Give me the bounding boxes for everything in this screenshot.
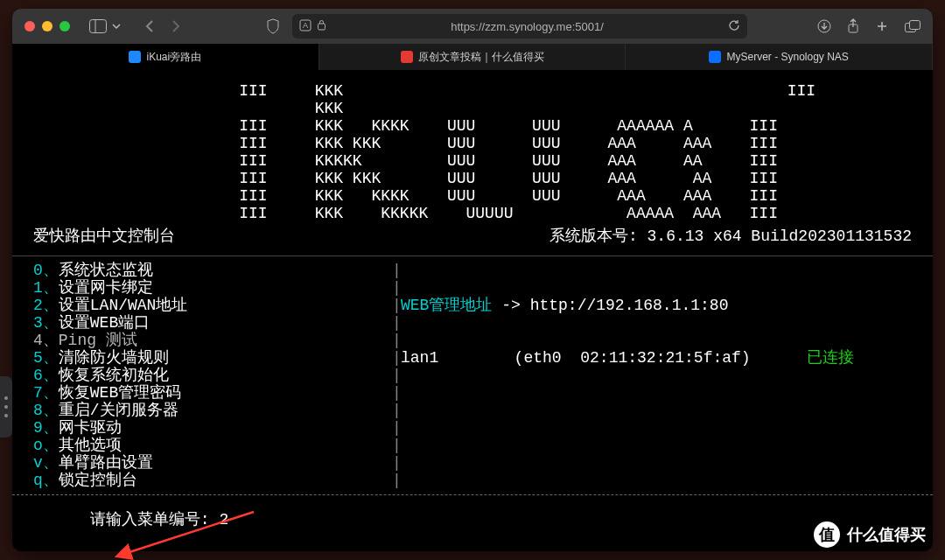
- share-icon[interactable]: [847, 18, 859, 34]
- ascii-logo: III KKK III KKK III KKK KKKK UUU UUU AAA…: [12, 70, 933, 222]
- close-window-button[interactable]: [24, 21, 35, 32]
- menu-item-3[interactable]: 3、设置WEB端口: [33, 314, 392, 332]
- svg-rect-4: [318, 24, 326, 30]
- chevron-down-icon[interactable]: [112, 22, 121, 31]
- svg-text:A: A: [303, 21, 308, 30]
- menu-item-q[interactable]: q、锁定控制台: [33, 472, 392, 489]
- lan-info: lan1 (eth0 02:11:32:21:5f:af): [401, 349, 751, 367]
- console-title: 爱快路由中文控制台: [33, 228, 175, 245]
- info-panel: WEB管理地址 -> http://192.168.1.1:80 lan1 (e…: [401, 262, 912, 489]
- tab-synology[interactable]: MyServer - Synology NAS: [626, 44, 933, 70]
- menu-item-7[interactable]: 7、恢复WEB管理密码: [33, 384, 392, 402]
- maximize-window-button[interactable]: [60, 21, 70, 32]
- watermark: 值 什么值得买: [814, 520, 926, 550]
- tab-ikuai[interactable]: iKuai旁路由: [12, 44, 319, 70]
- menu-item-v[interactable]: v、单臂路由设置: [33, 454, 392, 472]
- tab-label: iKuai旁路由: [146, 50, 201, 65]
- sidebar-toggle-icon[interactable]: [89, 19, 107, 33]
- tab-label: MyServer - Synology NAS: [726, 51, 848, 63]
- connected-status: 已连接: [807, 349, 854, 367]
- menu-item-6[interactable]: 6、恢复系统初始化: [33, 367, 392, 384]
- favicon-icon: [401, 51, 413, 63]
- menu-item-1[interactable]: 1、设置网卡绑定: [33, 279, 392, 297]
- tab-strip: iKuai旁路由 原创文章投稿｜什么值得买 MyServer - Synolog…: [12, 44, 933, 70]
- svg-rect-8: [910, 21, 920, 30]
- minimize-window-button[interactable]: [42, 21, 52, 32]
- input-prompt[interactable]: 请输入菜单编号: 2: [33, 494, 228, 546]
- tabs-overview-icon[interactable]: [905, 20, 920, 32]
- downloads-icon[interactable]: [817, 19, 831, 33]
- web-address-label: WEB管理地址: [401, 297, 492, 314]
- svg-rect-0: [90, 20, 107, 33]
- side-handle[interactable]: [0, 376, 12, 438]
- back-button[interactable]: [144, 19, 156, 33]
- divider: [12, 256, 933, 256]
- site-settings-icon[interactable]: A: [299, 19, 312, 34]
- watermark-icon: 值: [814, 522, 840, 548]
- web-address-value: http://192.168.1.1:80: [530, 297, 729, 314]
- menu-item-9[interactable]: 9、网卡驱动: [33, 419, 392, 437]
- reload-icon[interactable]: [728, 19, 740, 34]
- vertical-divider: | | | | | | | | | | | | |: [392, 262, 401, 489]
- terminal-console[interactable]: III KKK III KKK III KKK KKKK UUU UUU AAA…: [12, 70, 933, 551]
- console-header: 爱快路由中文控制台 系统版本号: 3.6.13 x64 Build2023011…: [12, 222, 933, 252]
- titlebar: A https://zzm.synology.me:5001/: [12, 9, 933, 44]
- favicon-icon: [709, 51, 721, 63]
- favicon-icon: [129, 51, 141, 63]
- tab-label: 原创文章投稿｜什么值得买: [418, 50, 544, 65]
- watermark-text: 什么值得买: [847, 524, 926, 545]
- system-version: 系统版本号: 3.6.13 x64 Build202301131532: [550, 228, 912, 245]
- menu-item-2[interactable]: 2、设置LAN/WAN地址: [33, 297, 392, 314]
- shield-icon[interactable]: [266, 18, 280, 34]
- url-bar[interactable]: A https://zzm.synology.me:5001/: [292, 14, 747, 38]
- menu-item-8[interactable]: 8、重启/关闭服务器: [33, 402, 392, 419]
- forward-button[interactable]: [170, 19, 182, 33]
- prompt-value: 2: [219, 511, 228, 528]
- menu-list: 0、系统状态监视1、设置网卡绑定2、设置LAN/WAN地址3、设置WEB端口4、…: [33, 262, 392, 489]
- window-controls: [24, 21, 70, 32]
- browser-window: A https://zzm.synology.me:5001/: [12, 9, 933, 551]
- menu-item-o[interactable]: o、其他选项: [33, 437, 392, 454]
- url-text: https://zzm.synology.me:5001/: [332, 20, 723, 33]
- menu-item-4[interactable]: 4、Ping 测试: [33, 332, 392, 349]
- menu-item-0[interactable]: 0、系统状态监视: [33, 262, 392, 279]
- new-tab-icon[interactable]: [875, 19, 889, 33]
- prompt-label: 请输入菜单编号:: [90, 511, 220, 528]
- tab-smzdm[interactable]: 原创文章投稿｜什么值得买: [319, 44, 626, 70]
- menu-item-5[interactable]: 5、清除防火墙规则: [33, 349, 392, 367]
- lock-icon: [317, 19, 326, 33]
